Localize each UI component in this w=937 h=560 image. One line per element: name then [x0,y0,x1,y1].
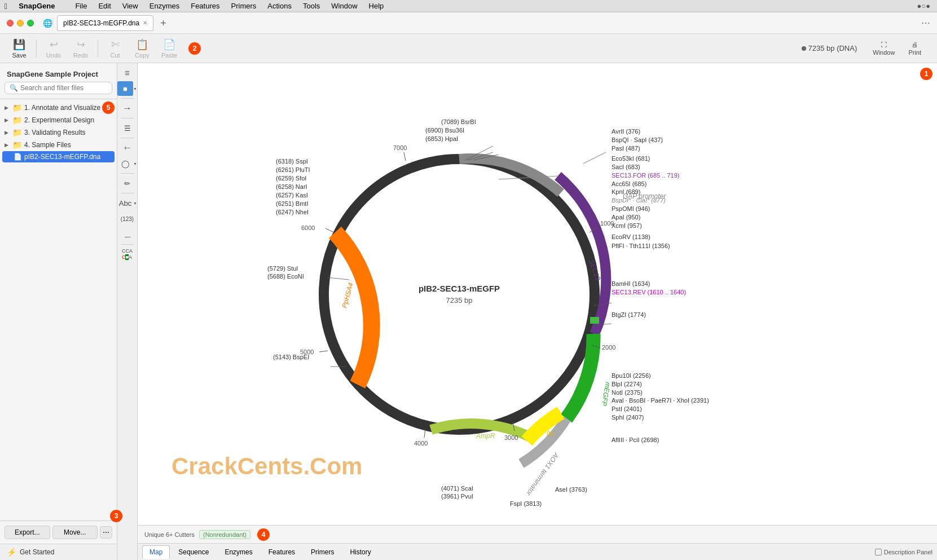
enzyme-pluti: (6261) PluTI [276,166,310,173]
tab-enzymes[interactable]: Enzymes [217,545,259,559]
enzyme-kasi: (6257) KasI [276,192,308,199]
pencil-icon: ✏ [124,179,130,188]
undo-button[interactable]: ↩ Undo [41,36,66,61]
sidebar: SnapGene Sample Project 🔍 5 ▶ 📁 1. Annot… [0,63,117,560]
vt-add-minus-button[interactable]: +− [120,140,135,155]
menu-features[interactable]: Features [186,2,224,10]
tab-primers[interactable]: Primers [303,545,341,559]
menu-enzymes[interactable]: Enzymes [145,2,184,10]
folder-item-validating[interactable]: ▶ 📁 3. Validating Results [0,126,117,139]
move-button[interactable]: Move... [52,526,98,539]
redo-button[interactable]: ↪ Redo [68,36,93,61]
description-panel-checkbox[interactable] [875,549,882,555]
enzyme-fspi: FspI (3813) [510,500,542,507]
vertical-toolbar: ☰ ■ ▼ → ☰ +− ◯ [117,63,138,560]
enzyme-scai: (4071) ScaI [441,485,473,492]
file-icon: 📄 [14,153,22,161]
cutters-badge[interactable]: (Nonredundant) [199,530,250,539]
vt-arrow-button[interactable]: → [120,101,135,116]
folder-item-annotate[interactable]: ▶ 📁 1. Annotate and Visualize [0,102,117,114]
paste-button[interactable]: 📄 Paste [157,36,182,61]
enzyme-bpu10i: Bpu10I (2256) [612,372,651,379]
tab-features[interactable]: Features [261,545,302,559]
new-tab-button[interactable]: + [160,18,166,28]
tab-bar: Map Sequence Enzymes Features Primers Hi… [138,543,937,560]
vt-view-button[interactable]: ■ [117,81,133,96]
enzyme-asei: AseI (3763) [555,486,587,493]
ruler-icon: ⎯⎯ [125,232,130,237]
folder-item-sample[interactable]: ▶ 📁 4. Sample Files [0,139,117,151]
vt-color-button[interactable]: CCAC■A [120,247,135,262]
cutters-label: Unique 6+ Cutters [144,531,195,538]
menu-actions[interactable]: Actions [263,2,296,10]
menu-primers[interactable]: Primers [227,2,261,10]
cut-button[interactable]: ✄ Cut [103,36,127,61]
map-area: 1 CrackCents.Com [138,63,937,560]
toolbar: 💾 Save ↩ Undo ↪ Redo ✄ Cut 📋 Copy 📄 Past… [0,34,937,63]
folder-icon: 📁 [12,103,22,112]
dropdown-arrow-icon: ▼ [133,201,137,205]
enzyme-pflfi-tth111i: PflFI · Tth111I (1356) [612,242,670,249]
callout-5: 5 [102,102,115,114]
window-icon: ⛶ [881,41,887,48]
vt-ruler-button[interactable]: ⎯⎯ [120,227,135,242]
fullscreen-button[interactable] [27,20,34,27]
menu-bar:  SnapGene File Edit View Enzymes Featur… [0,0,937,12]
view-icon: ■ [123,85,127,93]
tab-close-icon[interactable]: ✕ [143,20,147,26]
export-button[interactable]: Export... [5,526,50,539]
enzyme-hpai: (6853) HpaI [425,135,458,142]
svg-rect-1 [590,317,599,324]
vt-selector-button[interactable]: ☰ [120,65,135,80]
window-button[interactable]: ⛶ Window [868,39,899,58]
svg-text:3000: 3000 [504,434,518,441]
svg-line-10 [319,351,328,352]
copy-button[interactable]: 📋 Copy [130,36,155,61]
folder-item-experimental[interactable]: ▶ 📁 2. Experimental Design [0,114,117,126]
feature-sec13for: SEC13.FOR (685 .. 719) [612,172,679,179]
chevron-right-icon: ▶ [5,142,10,148]
close-button[interactable] [7,20,14,27]
chevron-right-icon: ▶ [5,117,10,123]
enzyme-bsu36i: (6900) Bsu36I [425,127,464,134]
enzyme-sspi: (6318) SspI [276,158,308,165]
svg-text:pIB2-SEC13-mEGFP: pIB2-SEC13-mEGFP [419,284,500,293]
enzyme-btgzi: BtgZI (1774) [612,311,646,318]
file-item-selected[interactable]: 📄 pIB2-SEC13-mEGFP.dna [2,151,115,162]
apple-logo-icon[interactable]:  [5,2,7,11]
callout-1: 1 [920,68,932,80]
vt-text-button[interactable]: Abc [117,196,133,210]
svg-line-12 [325,228,334,232]
document-tab[interactable]: pIB2-SEC13-mEGFP.dna ✕ [57,15,153,31]
tab-map[interactable]: Map [142,545,170,559]
tab-sequence[interactable]: Sequence [171,545,216,559]
print-button[interactable]: 🖨 Print [904,39,926,58]
svg-text:2000: 2000 [602,344,615,351]
menu-view[interactable]: View [118,2,143,10]
vt-pencil-button[interactable]: ✏ [120,176,135,191]
cut-icon: ✄ [111,38,120,51]
description-panel-toggle[interactable]: Description Panel [875,549,932,555]
menu-file[interactable]: File [71,2,91,10]
svg-text:4000: 4000 [414,440,428,447]
save-button[interactable]: 💾 Save [7,36,32,61]
search-box[interactable]: 🔍 [5,82,112,94]
tab-history[interactable]: History [342,545,378,559]
more-options-button[interactable]: ⋯ [100,526,112,539]
menu-window[interactable]: Window [327,2,362,10]
menu-help[interactable]: Help [364,2,389,10]
vt-circle-button[interactable]: ◯ [117,156,133,171]
vt-lines-button[interactable]: ☰ [120,121,135,135]
menu-tools[interactable]: Tools [298,2,324,10]
map-canvas[interactable]: 1 CrackCents.Com [138,63,937,525]
enzyme-pvui: (3961) PvuI [441,493,473,500]
enzyme-sfoi: (6259) SfoI [276,175,306,182]
menu-edit[interactable]: Edit [94,2,115,10]
minimize-button[interactable] [17,20,24,27]
search-input[interactable] [20,84,107,92]
vt-number-button[interactable]: (123) [120,211,135,226]
get-started-button[interactable]: ⚡ Get Started [0,544,117,560]
window-overflow-icon[interactable]: ⋯ [921,17,930,28]
app-name[interactable]: SnapGene [14,2,59,10]
color-icon: CCAC■A [122,248,133,261]
